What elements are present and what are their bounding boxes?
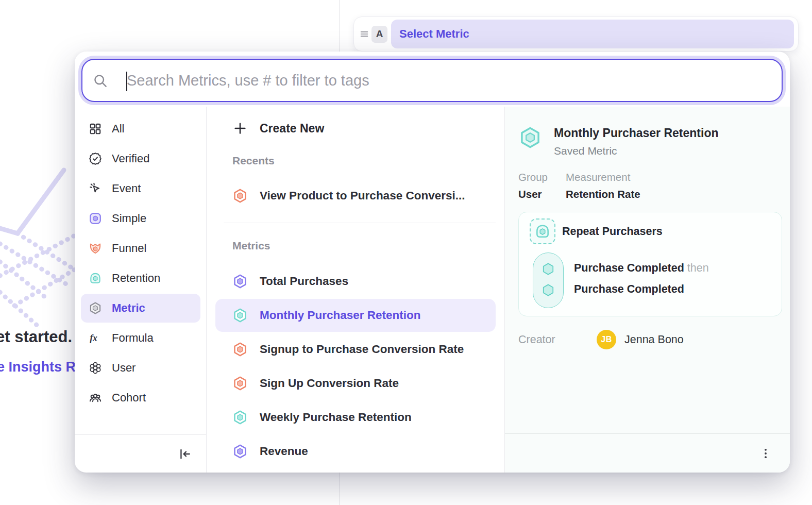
sidebar-item-label: Cohort [112, 391, 146, 405]
sidebar-item-event[interactable]: Event [81, 174, 200, 203]
funnel-hex-icon [232, 188, 248, 204]
app-screen: et started. e Insights Re A Select Metri… [0, 0, 812, 505]
select-metric-button[interactable]: Select Metric [391, 20, 794, 48]
creator-row: Creator JB Jenna Bono [518, 330, 783, 349]
metric-details-panel: Monthly Purchaser Retention Saved Metric… [505, 107, 790, 473]
sidebar-item-cohort[interactable]: Cohort [81, 383, 200, 412]
sidebar-item-label: All [112, 122, 124, 136]
list-item-label: Sign Up Conversion Rate [260, 377, 399, 390]
user-icon [89, 361, 102, 375]
list-item-label: Signup to Purchase Conversion Rate [260, 343, 464, 356]
creator-name: Jenna Bono [624, 333, 684, 346]
details-header: Monthly Purchaser Retention Saved Metric [518, 126, 783, 157]
list-item-label: Weekly Purchase Retention [260, 411, 412, 424]
metric-list-column: Create New RecentsView Product to Purcha… [207, 107, 505, 473]
sidebar-footer [75, 434, 206, 473]
simple-icon [89, 212, 102, 225]
group-field: Group User [518, 171, 552, 200]
background-link-fragment[interactable]: e Insights Re [0, 359, 83, 375]
metric-picker-modal: AllVerifiedEventSimpleFunnelRetentionMet… [75, 52, 790, 473]
sidebar-item-simple[interactable]: Simple [81, 204, 200, 233]
sidebar-item-metric[interactable]: Metric [81, 294, 200, 323]
measurement-label: Measurement [566, 171, 640, 183]
definition-step: Purchase Completed [574, 279, 709, 300]
list-item-weekly-purchase-retention[interactable]: Weekly Purchase Retention [215, 401, 496, 434]
list-item-total-purchases[interactable]: Total Purchases [215, 265, 496, 298]
list-item-label: View Product to Purchase Conversi... [260, 189, 465, 203]
verified-icon [89, 152, 102, 165]
metric-hex-icon [232, 274, 248, 289]
sidebar-item-formula[interactable]: fxFormula [81, 324, 200, 352]
list-item-sign-up-conversion-rate[interactable]: Sign Up Conversion Rate [215, 367, 496, 400]
sidebar-item-label: Retention [112, 272, 160, 285]
plus-icon [232, 121, 248, 136]
definition-step: Purchase Completed then [574, 258, 709, 279]
section-label-metrics: Metrics [215, 240, 496, 254]
row-label-badge[interactable]: A [371, 26, 387, 43]
step-hexagon-icon [540, 282, 556, 298]
list-item-label: Monthly Purchaser Retention [260, 309, 421, 322]
sidebar-item-label: Verified [112, 152, 149, 165]
grid-icon [89, 122, 102, 136]
list-item-label: Revenue [260, 445, 308, 458]
sidebar-item-user[interactable]: User [81, 354, 200, 382]
definition-body: Purchase Completed then Purchase Complet… [530, 252, 782, 308]
retention-steps-capsule [533, 252, 564, 308]
sidebar-item-label: Event [112, 182, 141, 195]
sidebar-item-all[interactable]: All [81, 114, 200, 143]
modal-body: AllVerifiedEventSimpleFunnelRetentionMet… [75, 107, 790, 473]
create-new-label: Create New [260, 122, 324, 136]
cohort-icon [89, 391, 102, 405]
funnel-icon [89, 242, 102, 255]
sidebar-item-retention[interactable]: Retention [81, 264, 200, 293]
metric-hex-icon [232, 444, 248, 459]
retention-metric-hex-icon [518, 126, 542, 149]
sidebar-item-label: Metric [112, 301, 145, 315]
collapse-sidebar-icon[interactable] [178, 447, 192, 461]
metric-hex-icon [232, 308, 248, 323]
group-value: User [518, 188, 552, 200]
list-item-signup-to-purchase-conversion-rate[interactable]: Signup to Purchase Conversion Rate [215, 333, 496, 366]
formula-icon: fx [89, 331, 102, 345]
details-title: Monthly Purchaser Retention [554, 126, 718, 140]
creator-label: Creator [518, 333, 597, 346]
avatar: JB [597, 330, 616, 349]
metric-icon [89, 301, 102, 315]
metric-hex-icon [232, 376, 248, 391]
background-illustration [0, 167, 77, 343]
section-label-recents: Recents [215, 155, 496, 169]
drag-handle-icon[interactable] [358, 28, 370, 40]
sidebar-item-label: Funnel [112, 242, 146, 255]
create-new-button[interactable]: Create New [215, 114, 496, 143]
metric-hex-icon [232, 342, 248, 357]
background-heading-fragment: et started. [0, 328, 72, 346]
definition-title: Repeat Purchasers [562, 225, 663, 238]
retention-definition-icon [530, 218, 555, 244]
sidebar-item-funnel[interactable]: Funnel [81, 234, 200, 263]
list-item-revenue[interactable]: Revenue [215, 435, 496, 468]
metric-definition-card: Repeat Purchasers Purchase Comp [518, 212, 782, 316]
sidebar-item-label: User [112, 361, 136, 375]
search-icon [92, 73, 108, 89]
group-label: Group [518, 171, 552, 183]
text-cursor [126, 72, 127, 91]
definition-header: Repeat Purchasers [530, 218, 782, 244]
sidebar-item-label: Simple [112, 212, 146, 225]
event-icon [89, 182, 102, 195]
list-item-view-product-to-purchase-conversi[interactable]: View Product to Purchase Conversi... [215, 179, 496, 212]
details-subtitle: Saved Metric [554, 145, 718, 157]
select-metric-label: Select Metric [399, 27, 469, 41]
measurement-value: Retention Rate [566, 188, 640, 200]
details-footer [505, 433, 790, 473]
definition-steps: Purchase Completed then Purchase Complet… [574, 258, 709, 308]
section-divider [224, 223, 496, 223]
metric-hex-icon [232, 410, 248, 425]
more-options-icon[interactable] [759, 447, 772, 460]
list-item-monthly-purchaser-retention[interactable]: Monthly Purchaser Retention [215, 299, 496, 332]
step-hexagon-icon [540, 261, 556, 277]
filter-sidebar: AllVerifiedEventSimpleFunnelRetentionMet… [75, 107, 207, 473]
search-input[interactable] [108, 72, 770, 89]
query-builder-row: A Select Metric [353, 16, 799, 52]
svg-text:fx: fx [90, 333, 97, 343]
sidebar-item-verified[interactable]: Verified [81, 144, 200, 173]
